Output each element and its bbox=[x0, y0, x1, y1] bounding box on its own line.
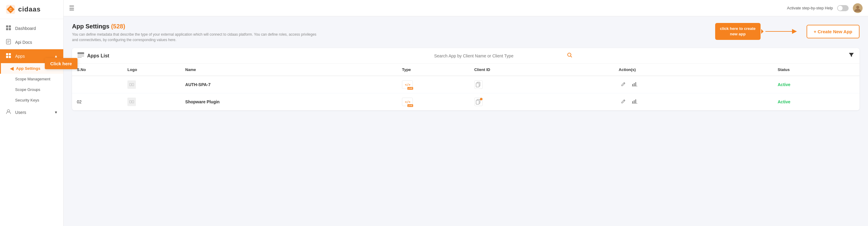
row2-status-badge: Active bbox=[778, 100, 790, 104]
sidebar-item-scope-management[interactable]: Scope Management bbox=[0, 74, 63, 84]
row2-actions bbox=[614, 93, 773, 111]
apps-list-title: Apps List bbox=[78, 52, 109, 59]
main-content: ☰ Activate step-by-step Help bbox=[64, 0, 868, 226]
row1-clientid-copy-icon[interactable] bbox=[474, 80, 483, 89]
svg-rect-4 bbox=[9, 25, 11, 28]
row2-chart-button[interactable] bbox=[629, 98, 640, 106]
svg-point-17 bbox=[856, 6, 859, 9]
logo-text: cidaas bbox=[18, 5, 41, 13]
apps-list-icon bbox=[78, 52, 84, 59]
svg-rect-25 bbox=[129, 83, 131, 86]
svg-line-40 bbox=[624, 100, 625, 101]
row1-status-badge: Active bbox=[778, 82, 790, 87]
step-help-label: Activate step-by-step Help bbox=[787, 6, 833, 10]
row1-logo bbox=[123, 76, 180, 93]
topbar-left: ☰ bbox=[69, 4, 74, 12]
svg-text:</>: </> bbox=[405, 83, 410, 86]
svg-rect-12 bbox=[9, 53, 11, 55]
apps-panel-header: Apps List bbox=[72, 48, 860, 64]
svg-rect-20 bbox=[78, 55, 84, 55]
filter-icon[interactable] bbox=[849, 52, 854, 59]
svg-rect-26 bbox=[132, 83, 134, 86]
dashboard-icon bbox=[5, 25, 11, 32]
svg-rect-39 bbox=[476, 100, 479, 104]
col-header-name: Name bbox=[180, 64, 397, 76]
sidebar-item-users-label: Users bbox=[15, 110, 26, 115]
sidebar-item-users[interactable]: Users ▼ bbox=[0, 106, 63, 119]
row1-status: Active bbox=[773, 76, 860, 93]
row1-edit-button[interactable] bbox=[619, 80, 628, 89]
search-input[interactable] bbox=[383, 53, 564, 58]
sidebar-item-security-keys-label: Security Keys bbox=[15, 98, 39, 103]
svg-line-24 bbox=[571, 56, 572, 58]
create-button-area: click here to create new app + Create Ne… bbox=[715, 23, 860, 40]
row1-logo-icon bbox=[127, 80, 136, 89]
svg-rect-13 bbox=[6, 56, 8, 58]
svg-rect-21 bbox=[78, 56, 84, 57]
col-header-logo: Logo bbox=[123, 64, 180, 76]
apps-list-label: Apps List bbox=[87, 53, 109, 59]
step-help-toggle[interactable] bbox=[837, 5, 849, 11]
row1-chart-button[interactable] bbox=[629, 80, 640, 89]
row2-logo bbox=[123, 93, 180, 111]
page-title-area: App Settings (528) You can define metada… bbox=[72, 23, 715, 43]
apps-list-panel: Apps List S. bbox=[72, 48, 860, 110]
svg-text:</>: </> bbox=[405, 100, 410, 104]
row2-clientid-copy-icon[interactable]: ! bbox=[474, 98, 483, 106]
row1-type: </> LIVE bbox=[397, 76, 469, 93]
col-header-status: Status bbox=[773, 64, 860, 76]
col-header-actions: Action(s) bbox=[614, 64, 773, 76]
user-avatar[interactable] bbox=[853, 3, 863, 13]
svg-rect-3 bbox=[6, 25, 8, 28]
cidaas-logo-icon: C bbox=[5, 4, 16, 14]
apps-table: S.No Logo Name Type Client ID Action(s) … bbox=[72, 64, 860, 110]
sidebar-item-scope-groups-label: Scope Groups bbox=[15, 87, 40, 92]
row2-type-icon: </> LIVE bbox=[402, 98, 413, 106]
sidebar-item-api-docs[interactable]: Api Docs bbox=[0, 35, 63, 49]
row2-clientid: ! bbox=[469, 93, 614, 111]
svg-rect-31 bbox=[632, 84, 633, 86]
topbar-right: Activate step-by-step Help bbox=[787, 3, 863, 13]
svg-rect-19 bbox=[78, 52, 84, 54]
sidebar-item-scope-groups[interactable]: Scope Groups bbox=[0, 84, 63, 95]
sidebar-item-security-keys[interactable]: Security Keys bbox=[0, 95, 63, 106]
svg-rect-14 bbox=[9, 56, 11, 58]
svg-rect-11 bbox=[6, 53, 8, 55]
table-row: 02 Shopware Plugin </> LIVE bbox=[72, 93, 860, 111]
table-header-row: S.No Logo Name Type Client ID Action(s) … bbox=[72, 64, 860, 76]
search-icon[interactable] bbox=[567, 52, 572, 59]
users-icon bbox=[5, 109, 11, 116]
row2-name: Shopware Plugin bbox=[180, 93, 397, 111]
svg-text:C: C bbox=[9, 7, 12, 11]
sidebar-item-dashboard[interactable]: Dashboard bbox=[0, 22, 63, 35]
page-subtitle: You can define metadata that describe th… bbox=[72, 32, 320, 43]
col-header-sno: S.No bbox=[72, 64, 123, 76]
row2-edit-button[interactable] bbox=[619, 98, 628, 106]
create-new-app-button[interactable]: + Create New App bbox=[807, 25, 860, 38]
apps-arrow-icon: ▲ bbox=[54, 54, 58, 58]
sidebar-navigation: Dashboard Api Docs Apps ▲ ◀ App Sett bbox=[0, 19, 63, 226]
svg-rect-33 bbox=[635, 82, 636, 86]
svg-line-30 bbox=[624, 83, 625, 84]
row2-live-badge: LIVE bbox=[407, 104, 413, 107]
page-title-count: (528) bbox=[111, 23, 125, 30]
svg-rect-35 bbox=[129, 101, 131, 103]
row1-clientid bbox=[469, 76, 614, 93]
api-docs-icon bbox=[5, 39, 11, 46]
sidebar-item-api-docs-label: Api Docs bbox=[15, 40, 32, 45]
row1-actions bbox=[614, 76, 773, 93]
row1-live-badge: LIVE bbox=[407, 87, 413, 90]
svg-rect-41 bbox=[632, 101, 633, 103]
sidebar: C cidaas Dashboard Api Docs bbox=[0, 0, 64, 226]
svg-rect-29 bbox=[476, 83, 479, 87]
hamburger-menu-button[interactable]: ☰ bbox=[69, 4, 74, 12]
topbar: ☰ Activate step-by-step Help bbox=[64, 0, 868, 16]
col-header-type: Type bbox=[397, 64, 469, 76]
row2-status: Active bbox=[773, 93, 860, 111]
table-row: AUTH-SPA-7 </> LIVE bbox=[72, 76, 860, 93]
users-arrow-icon: ▼ bbox=[54, 110, 58, 114]
page-content: App Settings (528) You can define metada… bbox=[64, 16, 868, 226]
svg-rect-22 bbox=[78, 57, 82, 58]
apps-icon bbox=[5, 53, 11, 60]
click-here-button[interactable]: Click here bbox=[45, 58, 78, 69]
